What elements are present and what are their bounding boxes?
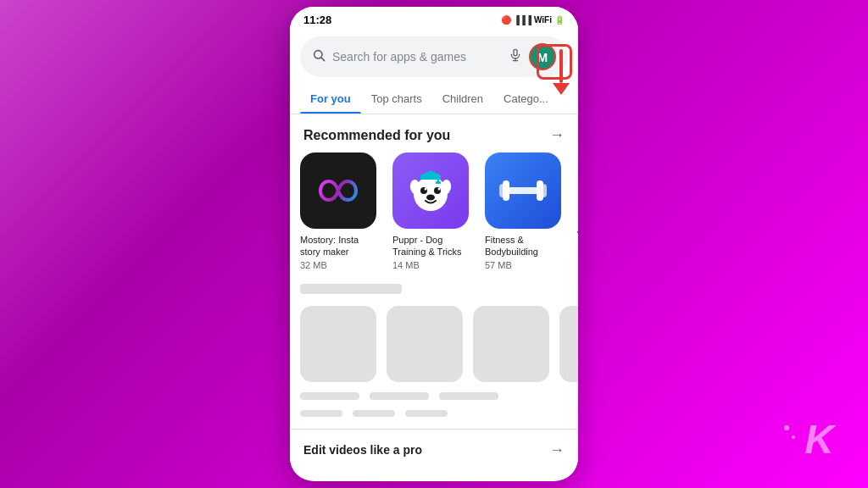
svg-rect-14: [436, 181, 441, 184]
app-icon-partial: [577, 152, 578, 229]
skeleton-subline-2: [353, 410, 395, 417]
svg-point-9: [438, 188, 441, 191]
recommended-arrow[interactable]: →: [549, 126, 565, 144]
skeleton-row-1: [300, 306, 568, 382]
user-avatar[interactable]: M: [529, 43, 556, 70]
svg-rect-20: [499, 184, 506, 197]
watermark-dot-1: [784, 425, 789, 430]
skeleton-section-1: [290, 270, 578, 429]
tab-categories[interactable]: Catego...: [493, 84, 559, 114]
avatar-letter: M: [537, 50, 548, 64]
recommended-section-header: Recommended for you →: [290, 114, 578, 152]
app-card-mostory[interactable]: Mostory: Insta story maker 32 MB: [300, 152, 381, 270]
svg-rect-17: [506, 187, 540, 194]
skeleton-line-3: [439, 392, 498, 400]
tab-children[interactable]: Children: [432, 84, 493, 114]
search-placeholder: Search for apps & games: [332, 50, 502, 64]
app-icon-puppr: [392, 152, 469, 229]
main-content: Recommended for you →: [290, 114, 578, 479]
svg-rect-2: [514, 49, 517, 55]
skeleton-line-1: [300, 392, 359, 400]
tab-for-you[interactable]: For you: [300, 84, 361, 114]
search-bar[interactable]: Search for apps & games M: [300, 36, 568, 77]
app-name-partial: W...: [577, 229, 578, 241]
app-size-partial: Ea...: [577, 242, 578, 252]
skeleton-card-3: [473, 306, 549, 382]
app-card-partial[interactable]: W... Ea...: [577, 152, 578, 270]
app-icon-fitness: [485, 152, 561, 229]
app-name-fitness: Fitness & Bodybuilding: [485, 234, 565, 258]
banner-title: Edit videos like a pro: [303, 443, 422, 457]
status-time: 11:28: [303, 14, 331, 26]
app-name-mostory: Mostory: Insta story maker: [300, 234, 381, 258]
notification-icon: 🔴: [501, 15, 511, 25]
svg-rect-21: [540, 184, 547, 197]
app-size-mostory: 32 MB: [300, 260, 381, 270]
app-size-fitness: 57 MB: [485, 260, 565, 270]
tab-top-charts[interactable]: Top charts: [361, 84, 432, 114]
skeleton-card-2: [387, 306, 463, 382]
skeleton-bar-1: [300, 284, 402, 294]
wifi-icon: WiFi: [534, 15, 552, 25]
skeleton-lines-row: [300, 392, 568, 405]
watermark-k: K: [804, 416, 834, 463]
recommended-title: Recommended for you: [303, 128, 450, 143]
signal-icon: ▐▐▐: [514, 15, 531, 25]
status-icons: 🔴 ▐▐▐ WiFi 🔋: [501, 15, 565, 25]
app-card-fitness[interactable]: Fitness & Bodybuilding 57 MB: [485, 152, 565, 270]
nav-tabs: For you Top charts Children Catego...: [290, 84, 578, 114]
skeleton-subline-1: [300, 410, 342, 417]
svg-point-5: [414, 177, 448, 211]
banner-arrow: →: [549, 441, 565, 459]
microphone-icon[interactable]: [509, 48, 522, 65]
svg-line-1: [321, 58, 325, 61]
status-bar: 11:28 🔴 ▐▐▐ WiFi 🔋: [290, 7, 578, 30]
app-icon-mostory: [300, 152, 376, 229]
search-icon: [312, 48, 326, 65]
skeleton-card-4: [559, 306, 578, 382]
svg-marker-12: [420, 170, 441, 175]
svg-rect-13: [437, 175, 439, 182]
svg-point-10: [426, 195, 435, 201]
watermark-dot-2: [792, 435, 795, 439]
apps-row: Mostory: Insta story maker 32 MB: [290, 152, 578, 270]
app-card-puppr[interactable]: Puppr - Dog Training & Tricks 14 MB: [392, 152, 473, 270]
skeleton-subline-3: [405, 410, 448, 417]
battery-icon: 🔋: [554, 15, 565, 25]
skeleton-sublines-row: [300, 410, 568, 422]
skeleton-line-2: [370, 392, 429, 400]
app-size-puppr: 14 MB: [392, 260, 473, 270]
skeleton-card-1: [300, 306, 376, 382]
bottom-banner[interactable]: Edit videos like a pro →: [290, 429, 578, 471]
svg-point-8: [425, 188, 427, 191]
phone-screen: 11:28 🔴 ▐▐▐ WiFi 🔋 Search for apps & gam…: [290, 7, 578, 481]
app-name-puppr: Puppr - Dog Training & Tricks: [392, 234, 473, 258]
